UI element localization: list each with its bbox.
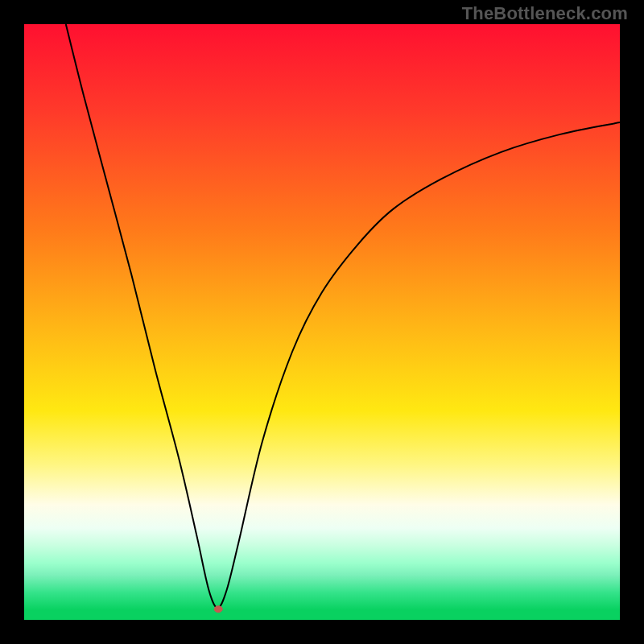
watermark-text: TheBottleneck.com bbox=[462, 3, 628, 24]
bottleneck-curve bbox=[66, 24, 620, 608]
plot-area bbox=[24, 24, 620, 620]
bottleneck-curve-svg bbox=[24, 24, 620, 620]
chart-frame: TheBottleneck.com bbox=[0, 0, 644, 644]
current-config-marker bbox=[214, 606, 222, 613]
